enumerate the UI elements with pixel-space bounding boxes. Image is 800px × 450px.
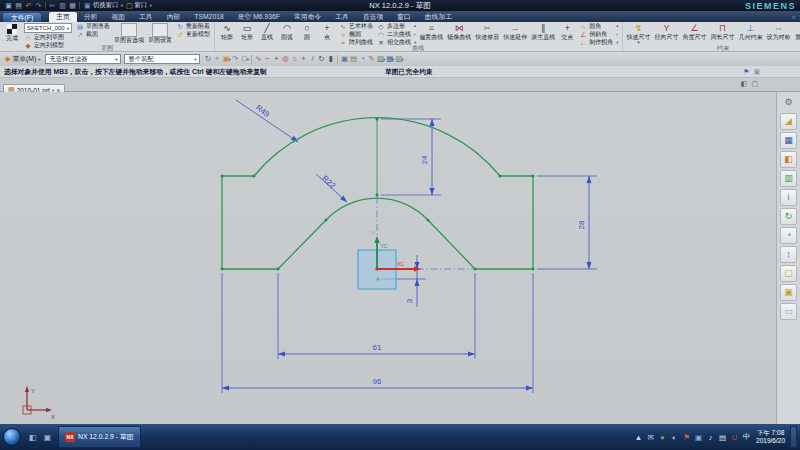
sketch-settings-button[interactable]: 草图设置	[148, 23, 172, 44]
display-sketch-constraints-button[interactable]: ≡显示草图约束▾	[793, 23, 800, 46]
tab-xingkong[interactable]: 星空 M6.936F	[231, 12, 287, 22]
undo-icon[interactable]: ↶	[24, 1, 33, 11]
chamfer-button[interactable]: ∠倒斜角	[579, 31, 613, 38]
sketch-canvas[interactable]: R49 R22 24 28 3 61 96	[0, 92, 776, 424]
copy-icon[interactable]: ▥	[58, 1, 67, 11]
tab-curve-machining[interactable]: 曲线加工	[418, 12, 459, 22]
dimension-lines[interactable]	[222, 100, 589, 388]
mirror-curve-button[interactable]: ⋈镜像曲线	[445, 23, 473, 46]
tray-network-icon[interactable]: ▣	[694, 433, 703, 442]
tab-tools[interactable]: 工具	[132, 12, 160, 22]
window-button[interactable]: ▢ 窗口 ▾	[126, 1, 152, 10]
tab-common-commands[interactable]: 常用命令	[287, 12, 328, 22]
conic-button[interactable]: ◠二次曲线	[377, 31, 411, 38]
layout-icon[interactable]: ▤	[349, 53, 358, 65]
reattach-button[interactable]: ↻重新附着	[176, 23, 210, 30]
folder-icon[interactable]: ▭	[780, 303, 797, 320]
snap-mid-icon[interactable]: ~	[263, 53, 272, 65]
rotate-view-icon[interactable]: ↷	[231, 53, 240, 65]
redo-icon[interactable]: ↷	[34, 1, 43, 11]
part-navigator-icon[interactable]: ◧	[780, 151, 797, 168]
roles-gear-icon[interactable]: ⚙	[780, 94, 797, 111]
polygon-button[interactable]: ◇多边形	[377, 23, 411, 30]
tab-internal[interactable]: 内部	[160, 12, 188, 22]
selection-filter-select[interactable]: 无选择过滤器▾	[45, 54, 121, 64]
cut-icon[interactable]: ✂	[48, 1, 57, 11]
tab-home[interactable]: 主页	[49, 12, 77, 22]
snap-line-icon[interactable]: /	[308, 53, 317, 65]
snap-solid-icon[interactable]: ▮	[326, 53, 335, 65]
tab-tools2[interactable]: 工具	[328, 12, 356, 22]
arc-button[interactable]: ◠圆弧	[277, 23, 297, 46]
select-box-icon-drop[interactable]: ▾	[247, 57, 249, 62]
dependencies-icon[interactable]: ↕	[780, 246, 797, 263]
pan-icon[interactable]: +	[212, 53, 221, 65]
circle-button[interactable]: ○圆	[297, 23, 317, 46]
geometric-constraints-button[interactable]: ⊥几何约束	[737, 23, 765, 46]
save-icon[interactable]: ▣	[4, 1, 13, 11]
render-style-icon[interactable]: ✎	[367, 53, 376, 65]
snap-end-icon[interactable]: ∿	[254, 53, 263, 65]
update-model-button[interactable]: ↺更新模型	[176, 31, 210, 38]
orient-to-sketch-button[interactable]: ◇定向到草图	[24, 34, 72, 41]
make-symmetric-button[interactable]: ⇔设为对称	[765, 23, 793, 46]
rectangle-button[interactable]: ▭矩形	[237, 23, 257, 46]
orient-view-icon[interactable]: ◔	[358, 53, 367, 65]
refresh-icon[interactable]: ↻	[203, 53, 212, 65]
tab-view[interactable]: 视图	[104, 12, 132, 22]
tray-ime-icon[interactable]: 中	[742, 432, 751, 442]
derived-line-button[interactable]: ∥派生直线	[529, 23, 557, 46]
dimension-texts[interactable]: R49 R22 24 28 3 61 96	[254, 103, 586, 386]
point-button[interactable]: +点	[317, 23, 337, 46]
split-view-icon[interactable]: ◧	[741, 80, 748, 88]
section-button[interactable]: ↗截面	[76, 31, 110, 38]
switch-window-button[interactable]: ▣ 切换窗口 ▾	[84, 1, 123, 10]
selection-scope-select[interactable]: 整个装配▾	[124, 54, 200, 64]
grid-icon-drop[interactable]: ▾	[402, 57, 404, 62]
line-button[interactable]: ╱直线	[257, 23, 277, 46]
sketch-name-select[interactable]: SKETCH_000▾	[24, 23, 72, 33]
snap-point-icon[interactable]: +	[299, 53, 308, 65]
taskbar-clock[interactable]: 下午 7:08 2019/6/20	[751, 429, 790, 445]
show-desktop-button[interactable]	[790, 426, 797, 448]
tab-file[interactable]: 文件(F)	[3, 13, 41, 22]
angular-dimension-button[interactable]: ∠角度尺寸	[681, 23, 709, 46]
tab-analysis[interactable]: 分析	[77, 12, 105, 22]
alert-flag-icon[interactable]: ⚑	[743, 66, 749, 77]
print-icon[interactable]: ▤	[14, 1, 23, 11]
offset-curve-button[interactable]: ≡偏置曲线	[417, 23, 445, 46]
rapid-dimension-button[interactable]: ↯快速尺寸▾	[625, 23, 653, 46]
constraint-navigator-icon[interactable]: ▦	[780, 132, 797, 149]
quick-launch-explorer-icon[interactable]: ▣	[40, 429, 55, 445]
tray-update-icon[interactable]: U	[730, 433, 739, 442]
fillet-button[interactable]: ∩圆角	[579, 23, 613, 30]
new-view-icon[interactable]: ▢	[751, 80, 758, 88]
sketch-preferences-button[interactable]: 草图首选项	[114, 23, 144, 44]
tray-mail-icon[interactable]: ✉	[646, 433, 655, 442]
nx-task-button[interactable]: NX NX 12.0.2.9 - 草图	[58, 426, 141, 448]
assembly-navigator-icon[interactable]: ◢	[780, 113, 797, 130]
studio-spline-button[interactable]: ∿艺术样条	[339, 23, 373, 30]
web-browser-icon[interactable]: i	[780, 189, 797, 206]
tab-window[interactable]: 窗口	[390, 12, 418, 22]
tray-status-icon[interactable]: ●	[658, 433, 667, 442]
quick-trim-button[interactable]: ✂快速修剪	[473, 23, 501, 46]
snap-center-icon[interactable]: ◎	[281, 53, 290, 65]
menu-button[interactable]: ◆ 菜单(M) ▾	[3, 54, 42, 64]
ellipse-button[interactable]: ○椭圆	[339, 31, 373, 38]
reuse-library-icon[interactable]: ▥	[780, 170, 797, 187]
history-icon[interactable]: ↻	[780, 208, 797, 225]
sketch-view-button[interactable]: ▤草图查看	[76, 23, 110, 30]
tray-flag-icon[interactable]: ⚑	[682, 433, 691, 442]
tray-sync-icon[interactable]: ◐	[670, 433, 679, 442]
intersection-point-button[interactable]: +交点	[557, 23, 577, 46]
snap-circle-icon[interactable]: ○	[290, 53, 299, 65]
parts-library-icon[interactable]: ▣	[780, 284, 797, 301]
snap-cross-icon[interactable]: +	[272, 53, 281, 65]
command-finder-icon[interactable]: ⌕	[792, 12, 796, 22]
window-restore-icon[interactable]: ▣	[753, 66, 760, 77]
finish-sketch-button[interactable]: 完成	[2, 23, 22, 46]
tray-volume-icon[interactable]: ♪	[706, 433, 715, 442]
quick-launch-browser-icon[interactable]: ◧	[25, 429, 40, 445]
tray-expand-icon[interactable]: ▲	[634, 433, 643, 442]
